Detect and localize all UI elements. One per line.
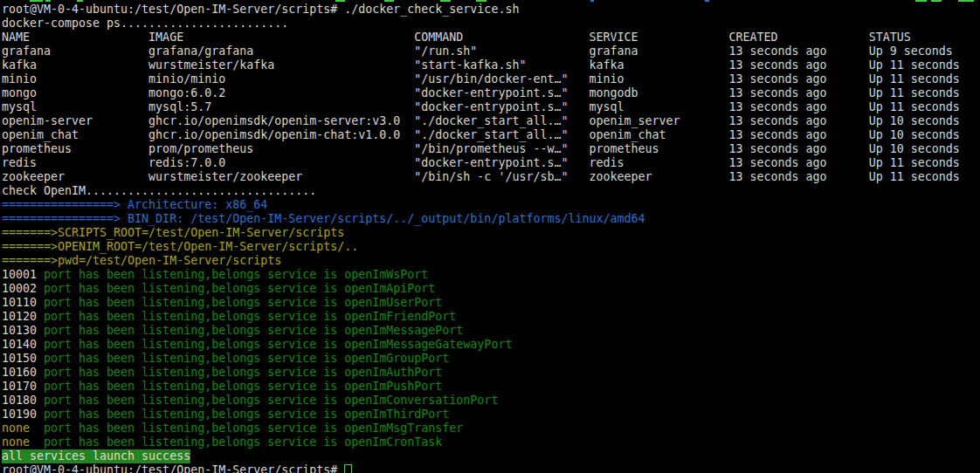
port-service: openImUserPort (344, 296, 442, 310)
port-message: port has been listening,belongs service … (44, 310, 344, 324)
cell-name: grafana (2, 45, 148, 58)
cutoff-fragment (30, 0, 43, 2)
port-line: 10170port has been listening,belongs ser… (2, 380, 980, 394)
prompt-line-final: root@VM-0-4-ubuntu:/test/Open-IM-Server/… (2, 463, 980, 473)
port-message: port has been listening,belongs service … (44, 324, 344, 338)
port-message: port has been listening,belongs service … (44, 435, 344, 449)
port-message: port has been listening,belongs service … (44, 408, 344, 422)
port-number: 10180 (2, 394, 44, 408)
cell-created: 13 seconds ago (729, 156, 869, 170)
cell-created: 13 seconds ago (729, 58, 869, 72)
terminal-cursor[interactable] (344, 464, 352, 473)
info-line-architecture: ================> Architecture: x86_64 (2, 198, 980, 212)
port-service: openImMsgTransfer (344, 422, 463, 435)
port-line: 10180port has been listening,belongs ser… (2, 394, 980, 408)
port-service: openImFriendPort (344, 310, 456, 324)
cell-service: minio (589, 72, 728, 86)
port-line: 10190port has been listening,belongs ser… (2, 408, 980, 422)
table-row: kafkawurstmeister/kafka"start-kafka.sh"k… (2, 58, 980, 72)
port-line: 10110port has been listening,belongs ser… (2, 296, 980, 310)
port-number: none (2, 435, 44, 449)
cell-name: redis (2, 156, 148, 170)
compose-status-line: docker-compose ps.......................… (2, 17, 980, 31)
port-service: openImCronTask (344, 435, 442, 449)
table-row: openim_chatghcr.io/openimsdk/openim-chat… (2, 128, 980, 142)
cell-image: wurstmeister/kafka (148, 58, 414, 72)
port-message: port has been listening,belongs service … (44, 338, 344, 352)
cell-image: grafana/grafana (148, 45, 414, 58)
table-row: grafanagrafana/grafana"/run.sh"grafana13… (2, 45, 980, 58)
env-line-scripts-root: =======>SCRIPTS_ROOT=/test/Open-IM-Serve… (2, 226, 980, 240)
cell-image: mysql:5.7 (148, 100, 414, 114)
port-message: port has been listening,belongs service … (44, 394, 344, 408)
cell-status: Up 10 seconds (869, 114, 960, 128)
bindir-text: ================> BIN_DIR: /test/Open-IM… (2, 212, 645, 226)
port-number: 10130 (2, 324, 44, 338)
cutoff-fragment (384, 0, 394, 2)
col-header-name: NAME (2, 31, 148, 45)
cell-name: mongo (2, 86, 148, 100)
cutoff-fragment (45, 0, 51, 2)
shell-prompt: root@VM-0-4-ubuntu:/test/Open-IM-Server/… (2, 3, 337, 17)
port-number: 10150 (2, 352, 44, 366)
env-line-pwd: =======>pwd=/test/Open-IM-Server/scripts (2, 254, 980, 268)
table-header-row: NAMEIMAGECOMMANDSERVICECREATEDSTATUS (2, 31, 980, 45)
cell-status: Up 11 seconds (869, 170, 960, 184)
cell-image: ghcr.io/openimsdk/openim-chat:v1.0.0 (148, 128, 414, 142)
table-row: prometheusprom/prometheus"/bin/prometheu… (2, 142, 980, 156)
cutoff-fragment (705, 0, 709, 2)
terminal[interactable]: root@VM-0-4-ubuntu:/test/Open-IM-Server/… (0, 0, 980, 473)
port-service: openImAuthPort (344, 366, 442, 380)
cutoff-fragment (335, 0, 345, 2)
env-line-openim-root: =======>OPENIM_ROOT=/test/Open-IM-Server… (2, 240, 980, 254)
cutoff-fragment (915, 0, 927, 2)
table-row: openim-serverghcr.io/openimsdk/openim-se… (2, 114, 980, 128)
port-service: openImWsPort (344, 268, 428, 282)
cell-created: 13 seconds ago (729, 72, 869, 86)
cell-image: redis:7.0.0 (148, 156, 414, 170)
cutoff-fragment (440, 0, 451, 2)
port-service: openImApiPort (344, 282, 435, 296)
cell-name: openim_chat (2, 128, 148, 142)
cell-name: kafka (2, 58, 148, 72)
check-openim-line: check OpenIM............................… (2, 184, 980, 198)
cell-created: 13 seconds ago (729, 114, 869, 128)
cell-command: "docker-entrypoint.s…" (414, 86, 589, 100)
cell-name: zookeeper (2, 170, 148, 184)
cell-status: Up 11 seconds (869, 58, 960, 72)
scripts-root-text: =======>SCRIPTS_ROOT=/test/Open-IM-Serve… (2, 226, 344, 240)
port-service: openImMessagePort (344, 324, 463, 338)
cell-service: openim_chat (589, 128, 728, 142)
cell-command: "start-kafka.sh" (414, 58, 589, 72)
port-message: port has been listening,belongs service … (44, 380, 344, 394)
port-service: openImThirdPort (344, 408, 449, 422)
table-row: mysqlmysql:5.7"docker-entrypoint.s…"mysq… (2, 100, 980, 114)
cell-status: Up 11 seconds (869, 156, 960, 170)
architecture-text: ================> Architecture: x86_64 (2, 198, 267, 212)
cutoff-fragment (77, 0, 83, 2)
port-line: 10150port has been listening,belongs ser… (2, 352, 980, 366)
port-number: 10120 (2, 310, 44, 324)
shell-command: ./docker_check_service.sh (344, 3, 519, 17)
port-number: 10160 (2, 366, 44, 380)
port-message: port has been listening,belongs service … (44, 366, 344, 380)
port-number: 10170 (2, 380, 44, 394)
port-line: 10120port has been listening,belongs ser… (2, 310, 980, 324)
port-line: 10140port has been listening,belongs ser… (2, 338, 980, 352)
col-header-created: CREATED (729, 31, 869, 45)
cell-service: openim_server (589, 114, 728, 128)
cutoff-fragment (958, 0, 974, 2)
cell-image: minio/minio (148, 72, 414, 86)
port-number: 10190 (2, 408, 44, 422)
port-number: 10002 (2, 282, 44, 296)
cell-status: Up 10 seconds (869, 142, 960, 156)
terminal-output: root@VM-0-4-ubuntu:/test/Open-IM-Server/… (2, 3, 980, 473)
cell-created: 13 seconds ago (729, 170, 869, 184)
cutoff-fragment (590, 0, 594, 2)
cell-command: "docker-entrypoint.s…" (414, 156, 589, 170)
compose-status-text: docker-compose ps.......................… (2, 17, 288, 31)
cell-image: prom/prometheus (148, 142, 414, 156)
col-header-command: COMMAND (414, 31, 589, 45)
port-line: noneport has been listening,belongs serv… (2, 422, 980, 435)
cell-service: prometheus (589, 142, 728, 156)
